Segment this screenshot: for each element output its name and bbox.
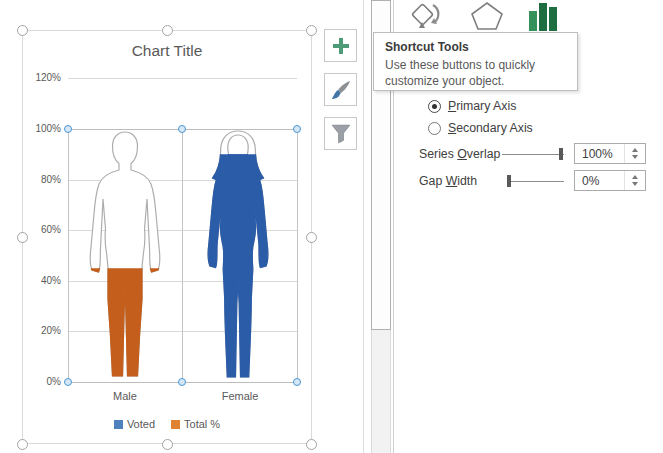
series-point-handle[interactable] [293, 125, 301, 133]
secondary-axis-option[interactable]: Secondary Axis [428, 121, 533, 135]
resize-handle-e[interactable] [306, 232, 317, 243]
gap-width-label: Gap Width [419, 174, 477, 188]
series-point-handle[interactable] [64, 125, 72, 133]
spin-up-icon[interactable] [632, 175, 638, 179]
spin-down-icon[interactable] [632, 182, 638, 186]
resize-handle-nw[interactable] [17, 25, 28, 36]
series-overlap-slider-thumb[interactable] [559, 148, 563, 160]
category-label-male: Male [85, 390, 165, 402]
bar-chart-icon [527, 2, 559, 31]
resize-handle-w[interactable] [17, 232, 28, 243]
radio-secondary-axis[interactable] [428, 122, 441, 135]
chart-filters-button[interactable] [324, 117, 357, 150]
series-overlap-spinbox[interactable]: 100% [574, 143, 646, 164]
legend-swatch-total [171, 420, 180, 429]
female-silhouette-fill [187, 129, 289, 382]
series-point-handle[interactable] [64, 378, 72, 386]
radio-primary-axis[interactable] [428, 100, 441, 113]
chart-title[interactable]: Chart Title [23, 42, 311, 60]
spin-up-icon[interactable] [632, 148, 638, 152]
gap-width-spinner[interactable] [624, 171, 645, 190]
primary-axis-option[interactable]: Primary Axis [428, 99, 516, 113]
male-silhouette[interactable] [75, 129, 175, 382]
legend-item-voted[interactable]: Voted [114, 418, 155, 430]
tooltip-text-line1: Use these buttons to quickly [385, 58, 566, 74]
plus-icon [332, 37, 350, 55]
resize-handle-ne[interactable] [306, 25, 317, 36]
y-axis-tick: 100% [27, 123, 61, 134]
category-label-female: Female [200, 390, 280, 402]
y-axis-tick: 120% [27, 72, 61, 83]
gap-width-slider-track[interactable] [507, 181, 564, 182]
spin-down-icon[interactable] [632, 155, 638, 159]
shortcut-tools-tooltip: Shortcut Tools Use these buttons to quic… [373, 32, 578, 91]
chart-legend[interactable]: Voted Total % [23, 418, 311, 430]
funnel-icon [329, 122, 353, 146]
gap-width-value[interactable]: 0% [575, 174, 624, 188]
primary-axis-label: Primary Axis [448, 99, 516, 113]
legend-label: Voted [127, 418, 155, 430]
gridline [68, 78, 297, 79]
plot-divider [182, 129, 183, 382]
y-axis-tick: 40% [27, 275, 61, 286]
series-point-handle[interactable] [293, 378, 301, 386]
resize-handle-se[interactable] [306, 439, 317, 450]
chart-elements-button[interactable] [324, 29, 357, 62]
y-axis-tick: 60% [27, 224, 61, 235]
chart-object[interactable]: Chart Title 120% 100% 80% 60% 40% 20% 0% [22, 30, 312, 444]
plot-border-right [297, 129, 298, 382]
worksheet-edge-divider [363, 0, 364, 453]
y-axis-tick: 0% [27, 376, 61, 387]
legend-label: Total % [184, 418, 220, 430]
tooltip-title: Shortcut Tools [385, 40, 566, 54]
series-options-tab[interactable] [527, 0, 559, 31]
resize-handle-s[interactable] [162, 439, 173, 450]
resize-handle-n[interactable] [162, 25, 173, 36]
resize-handle-sw[interactable] [17, 439, 28, 450]
series-overlap-spinner[interactable] [624, 144, 645, 163]
chart-styles-button[interactable] [324, 73, 357, 106]
series-overlap-label: Series Overlap [419, 147, 500, 161]
gap-width-slider-thumb[interactable] [507, 175, 511, 187]
legend-swatch-voted [114, 420, 123, 429]
female-silhouette[interactable] [187, 129, 289, 382]
y-axis-tick: 80% [27, 174, 61, 185]
tooltip-text-line2: customize your object. [385, 74, 566, 90]
plot-border-left [68, 129, 69, 382]
paintbrush-icon [330, 79, 352, 101]
paint-bucket-icon [409, 1, 445, 31]
legend-item-total[interactable]: Total % [171, 418, 220, 430]
fill-line-tab[interactable] [409, 0, 445, 31]
y-axis-tick: 20% [27, 325, 61, 336]
series-point-handle[interactable] [178, 378, 186, 386]
series-overlap-slider-track[interactable] [502, 154, 564, 155]
series-overlap-value[interactable]: 100% [575, 147, 624, 161]
series-point-handle[interactable] [178, 125, 186, 133]
gap-width-spinbox[interactable]: 0% [574, 170, 646, 191]
secondary-axis-label: Secondary Axis [448, 121, 533, 135]
pentagon-icon [469, 1, 505, 31]
effects-tab[interactable] [469, 0, 505, 31]
